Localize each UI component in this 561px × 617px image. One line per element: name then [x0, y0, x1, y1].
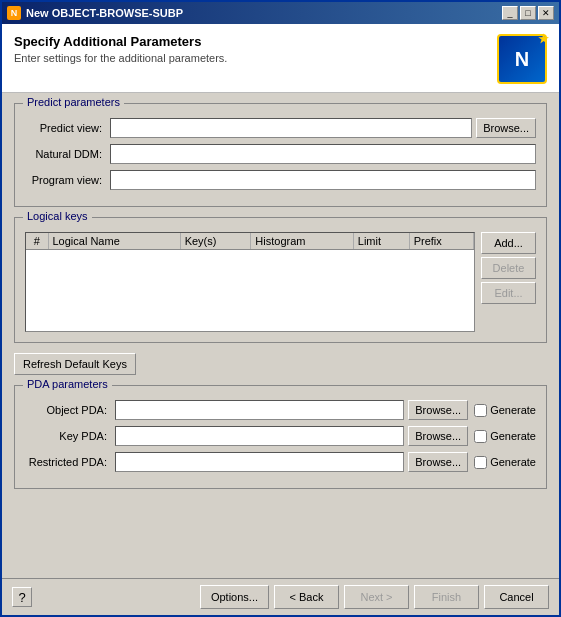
header-text: Specify Additional Parameters Enter sett…	[14, 34, 227, 64]
finish-button[interactable]: Finish	[414, 585, 479, 609]
restricted-pda-browse-button[interactable]: Browse...	[408, 452, 468, 472]
restricted-pda-generate-checkbox[interactable]	[474, 456, 487, 469]
natural-ddm-label: Natural DDM:	[25, 148, 110, 160]
logo-star: ★	[538, 32, 549, 46]
restricted-pda-row: Restricted PDA: Browse... Generate	[25, 452, 536, 472]
program-view-row: Program view:	[25, 170, 536, 190]
pda-parameters-legend: PDA parameters	[23, 378, 112, 390]
maximize-button[interactable]: □	[520, 6, 536, 20]
key-pda-row: Key PDA: Browse... Generate	[25, 426, 536, 446]
object-pda-generate-checkbox[interactable]	[474, 404, 487, 417]
logical-keys-legend: Logical keys	[23, 210, 92, 222]
col-number: #	[26, 233, 48, 250]
logical-keys-inner: # Logical Name Key(s) Histogram Limit Pr…	[25, 232, 536, 332]
object-pda-generate-label: Generate	[474, 404, 536, 417]
object-pda-input[interactable]	[115, 400, 404, 420]
page-title: Specify Additional Parameters	[14, 34, 227, 49]
object-pda-label: Object PDA:	[25, 404, 115, 416]
content-area: Predict parameters Predict view: Browse.…	[2, 93, 559, 578]
restricted-pda-label: Restricted PDA:	[25, 456, 115, 468]
object-pda-browse-button[interactable]: Browse...	[408, 400, 468, 420]
key-pda-input[interactable]	[115, 426, 404, 446]
close-button[interactable]: ✕	[538, 6, 554, 20]
delete-button[interactable]: Delete	[481, 257, 536, 279]
logical-keys-buttons: Add... Delete Edit...	[481, 232, 536, 332]
help-button[interactable]: ?	[12, 587, 32, 607]
logical-keys-table-container: # Logical Name Key(s) Histogram Limit Pr…	[25, 232, 475, 332]
window-controls: _ □ ✕	[502, 6, 554, 20]
cancel-button[interactable]: Cancel	[484, 585, 549, 609]
col-limit: Limit	[353, 233, 409, 250]
add-button[interactable]: Add...	[481, 232, 536, 254]
restricted-pda-generate-text: Generate	[490, 456, 536, 468]
minimize-button[interactable]: _	[502, 6, 518, 20]
predict-parameters-content: Predict view: Browse... Natural DDM: Pro…	[15, 104, 546, 206]
restricted-pda-input[interactable]	[115, 452, 404, 472]
refresh-default-keys-button[interactable]: Refresh Default Keys	[14, 353, 136, 375]
footer: ? Options... < Back Next > Finish Cancel	[2, 578, 559, 615]
options-button[interactable]: Options...	[200, 585, 269, 609]
title-bar-left: N New OBJECT-BROWSE-SUBP	[7, 6, 183, 20]
col-keys: Key(s)	[180, 233, 251, 250]
pda-parameters-group: PDA parameters Object PDA: Browse... Gen…	[14, 385, 547, 489]
program-view-input[interactable]	[110, 170, 536, 190]
predict-parameters-legend: Predict parameters	[23, 96, 124, 108]
predict-view-input[interactable]	[110, 118, 472, 138]
next-button[interactable]: Next >	[344, 585, 409, 609]
table-header-row: # Logical Name Key(s) Histogram Limit Pr…	[26, 233, 474, 250]
object-pda-generate-text: Generate	[490, 404, 536, 416]
predict-view-browse-button[interactable]: Browse...	[476, 118, 536, 138]
col-logical-name: Logical Name	[48, 233, 180, 250]
key-pda-generate-checkbox[interactable]	[474, 430, 487, 443]
back-button[interactable]: < Back	[274, 585, 339, 609]
logical-keys-content-wrapper: # Logical Name Key(s) Histogram Limit Pr…	[15, 218, 546, 342]
key-pda-generate-text: Generate	[490, 430, 536, 442]
key-pda-browse-button[interactable]: Browse...	[408, 426, 468, 446]
title-bar: N New OBJECT-BROWSE-SUBP _ □ ✕	[2, 2, 559, 24]
logical-keys-group: Logical keys # Logical Name Key(s) Histo…	[14, 217, 547, 343]
edit-button[interactable]: Edit...	[481, 282, 536, 304]
header-section: Specify Additional Parameters Enter sett…	[2, 24, 559, 93]
pda-parameters-content: Object PDA: Browse... Generate Key PDA: …	[15, 386, 546, 488]
predict-view-label: Predict view:	[25, 122, 110, 134]
window-icon: N	[7, 6, 21, 20]
main-window: N New OBJECT-BROWSE-SUBP _ □ ✕ Specify A…	[0, 0, 561, 617]
key-pda-label: Key PDA:	[25, 430, 115, 442]
logo-letter: N	[515, 48, 529, 71]
natural-ddm-input[interactable]	[110, 144, 536, 164]
footer-buttons: Options... < Back Next > Finish Cancel	[200, 585, 549, 609]
header-logo: N ★	[497, 34, 547, 84]
program-view-label: Program view:	[25, 174, 110, 186]
object-pda-row: Object PDA: Browse... Generate	[25, 400, 536, 420]
logical-keys-table: # Logical Name Key(s) Histogram Limit Pr…	[26, 233, 474, 250]
natural-ddm-row: Natural DDM:	[25, 144, 536, 164]
restricted-pda-generate-label: Generate	[474, 456, 536, 469]
col-histogram: Histogram	[251, 233, 353, 250]
window-title: New OBJECT-BROWSE-SUBP	[26, 7, 183, 19]
page-subtitle: Enter settings for the additional parame…	[14, 52, 227, 64]
col-prefix: Prefix	[409, 233, 473, 250]
predict-parameters-group: Predict parameters Predict view: Browse.…	[14, 103, 547, 207]
predict-view-row: Predict view: Browse...	[25, 118, 536, 138]
key-pda-generate-label: Generate	[474, 430, 536, 443]
